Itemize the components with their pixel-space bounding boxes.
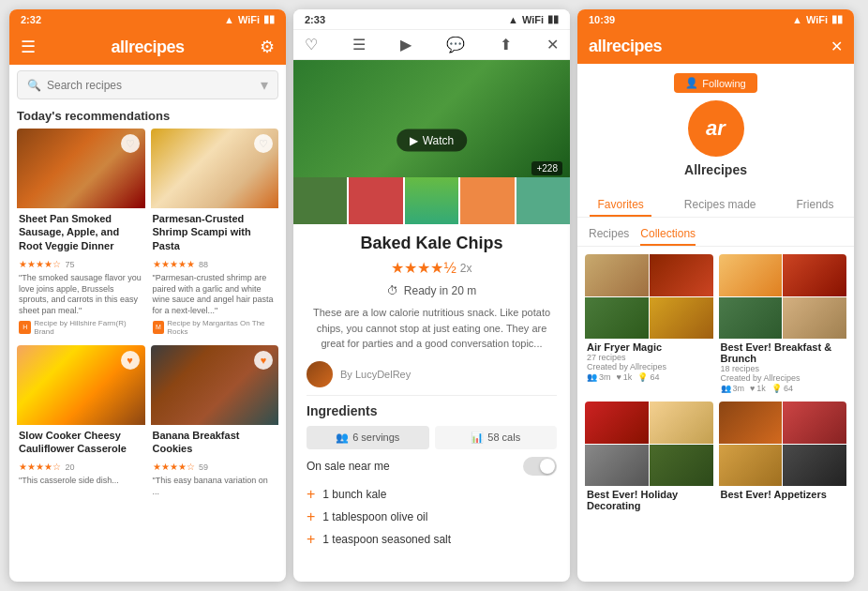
- heart-icon-3[interactable]: ♥: [121, 351, 140, 370]
- heart-icon-4[interactable]: ♥: [254, 351, 273, 370]
- recipe-stars-3: ★★★★☆: [19, 462, 61, 472]
- profile-section: 👤 Following ar Allrecipes: [577, 64, 854, 194]
- tab-friends[interactable]: Friends: [789, 194, 842, 217]
- coll-thumb-4c: [719, 445, 783, 487]
- recipe-image-2: ♡: [151, 129, 279, 208]
- tab-collections[interactable]: Collections: [640, 223, 696, 246]
- play-action-icon[interactable]: ▶: [400, 36, 412, 53]
- coll-thumb-2c: [719, 297, 783, 340]
- coll-thumb-2a: [719, 254, 783, 296]
- close-action-icon[interactable]: ✕: [546, 36, 559, 53]
- recipe-image-1: ♡: [17, 129, 145, 208]
- recipe-card-3[interactable]: ♥ Slow Cooker Cheesy Cauliflower Cassero…: [17, 345, 145, 502]
- heart-icon-2[interactable]: ♡: [254, 134, 273, 153]
- clock-icon: ⏱: [387, 284, 398, 297]
- heart-icon-1[interactable]: ♡: [121, 134, 140, 153]
- status-bar-2: 2:33 ▲ WiFi ▮▮: [293, 9, 570, 30]
- brand-logo-1: H: [19, 321, 31, 334]
- play-icon: ▶: [410, 133, 418, 146]
- recipe-grid: ♡ Sheet Pan Smoked Sausage, Apple, and R…: [9, 129, 286, 502]
- review-count-4: 59: [199, 462, 208, 472]
- recipe-by-text-2: Recipe by Margaritas On The Rocks: [167, 319, 277, 336]
- meta-likes-1: ♥1k: [617, 372, 633, 382]
- coll-thumb-3c: [585, 445, 649, 487]
- photo-count: +228: [531, 161, 562, 175]
- kale-thumb-4: [460, 177, 514, 224]
- recipe-info-4: Banana Breakfast Cookies ★★★★☆ 59 "This …: [151, 425, 279, 502]
- status-bar-1: 2:32 ▲ WiFi ▮▮: [9, 9, 286, 29]
- profile-name: Allrecipes: [589, 162, 843, 177]
- brand-logo-2: M: [153, 321, 165, 334]
- collection-img-grid-4: [719, 402, 847, 486]
- location-icon: ▲: [508, 14, 518, 25]
- collection-card-3[interactable]: Best Ever! Holiday Decorating: [585, 402, 713, 514]
- kale-thumb-3: [405, 177, 458, 224]
- heart-meta-icon: ♥: [617, 372, 621, 382]
- status-time-2: 2:33: [305, 14, 325, 25]
- search-bar[interactable]: 🔍 ▾: [17, 70, 278, 99]
- recipe-description: These are a low calorie nutritious snack…: [307, 305, 557, 352]
- recipe-desc-3: "This casserole side dish...: [19, 476, 143, 487]
- heart-action-icon[interactable]: ♡: [305, 36, 318, 53]
- recipe-info-3: Slow Cooker Cheesy Cauliflower Casserole…: [17, 425, 145, 491]
- recipe-detail: Baked Kale Chips ★★★★½ 2x ⏱ Ready in 20 …: [293, 224, 570, 560]
- collection-title-1: Air Fryer Magic: [587, 341, 711, 353]
- recipe-by-2: M Recipe by Margaritas On The Rocks: [153, 319, 277, 336]
- coll-thumb-1d: [650, 297, 713, 340]
- chat-action-icon[interactable]: 💬: [446, 36, 465, 53]
- menu-icon[interactable]: ☰: [21, 37, 36, 57]
- meta-followers-2: 👥3m: [721, 384, 745, 393]
- recipe-stars-4: ★★★★☆: [153, 462, 195, 472]
- collection-card-4[interactable]: Best Ever! Appetizers: [719, 402, 847, 514]
- collection-card-1[interactable]: Air Fryer Magic 27 recipes Created by Al…: [585, 254, 713, 396]
- tab-recipes[interactable]: Recipes: [589, 223, 629, 246]
- search-input[interactable]: [47, 79, 255, 92]
- servings-button[interactable]: 👥 6 servings: [307, 426, 429, 449]
- meta-tips-1: 💡64: [637, 372, 659, 382]
- cals-button[interactable]: 📊 58 cals: [435, 426, 558, 449]
- collection-title-3: Best Ever! Holiday Decorating: [587, 489, 711, 511]
- recipe-hero-image: ▶ Watch +228: [293, 60, 570, 224]
- cals-icon: 📊: [471, 432, 484, 444]
- author-name: By LucyDelRey: [340, 369, 411, 380]
- on-sale-toggle[interactable]: [523, 457, 557, 476]
- review-count-2: 88: [199, 260, 208, 269]
- ingredients-header: Ingredients: [307, 403, 557, 418]
- battery-icon-2: ▮▮: [547, 13, 559, 25]
- divider-1: [307, 395, 557, 396]
- ingredient-plus-icon-2: +: [307, 508, 315, 525]
- settings-icon[interactable]: ⚙: [260, 37, 275, 57]
- recipe-by-text-1: Recipe by Hillshire Farm(R) Brand: [34, 319, 142, 336]
- lamp-meta-icon: 💡: [637, 372, 648, 382]
- coll-thumb-2d: [783, 297, 846, 340]
- recipe-card-2[interactable]: ♡ Parmesan-Crusted Shrimp Scampi with Pa…: [151, 129, 279, 340]
- coll-thumb-1a: [585, 254, 649, 296]
- collection-card-2[interactable]: Best Ever! Breakfast & Brunch 18 recipes…: [719, 254, 847, 396]
- tab-favorites[interactable]: Favorites: [590, 194, 651, 217]
- collection-info-1: Air Fryer Magic 27 recipes Created by Al…: [585, 339, 713, 385]
- kale-thumbnails: [293, 177, 570, 224]
- search-icon: 🔍: [27, 79, 41, 92]
- on-sale-text: On sale near me: [307, 460, 390, 473]
- app-header-1: ☰ allrecipes ⚙: [9, 29, 286, 65]
- person-icon: 👤: [685, 77, 698, 89]
- recipe-card-1[interactable]: ♡ Sheet Pan Smoked Sausage, Apple, and R…: [17, 129, 145, 340]
- coll-thumb-4a: [719, 402, 783, 444]
- watch-button[interactable]: ▶ Watch: [397, 129, 468, 151]
- share-action-icon[interactable]: ⬆: [500, 36, 512, 53]
- collection-info-4: Best Ever! Appetizers: [719, 486, 847, 503]
- servings-label: 6 servings: [352, 432, 399, 443]
- close-icon-3[interactable]: ✕: [831, 38, 843, 55]
- status-icons-2: ▲ WiFi ▮▮: [508, 13, 559, 25]
- list-action-icon[interactable]: ☰: [352, 36, 366, 53]
- recipe-card-4[interactable]: ♥ Banana Breakfast Cookies ★★★★☆ 59 "Thi…: [151, 345, 279, 502]
- tab-recipes-made[interactable]: Recipes made: [677, 194, 764, 217]
- coll-thumb-3b: [650, 402, 713, 444]
- following-button[interactable]: 👤 Following: [674, 73, 756, 93]
- collection-img-grid-1: [585, 254, 713, 339]
- servings-row: 👥 6 servings 📊 58 cals: [307, 426, 557, 449]
- recipe-action-bar: ♡ ☰ ▶ 💬 ⬆ ✕: [293, 30, 570, 60]
- coll-thumb-3a: [585, 402, 649, 444]
- kale-thumb-2: [349, 177, 402, 224]
- signal-icon: ▲: [224, 14, 234, 25]
